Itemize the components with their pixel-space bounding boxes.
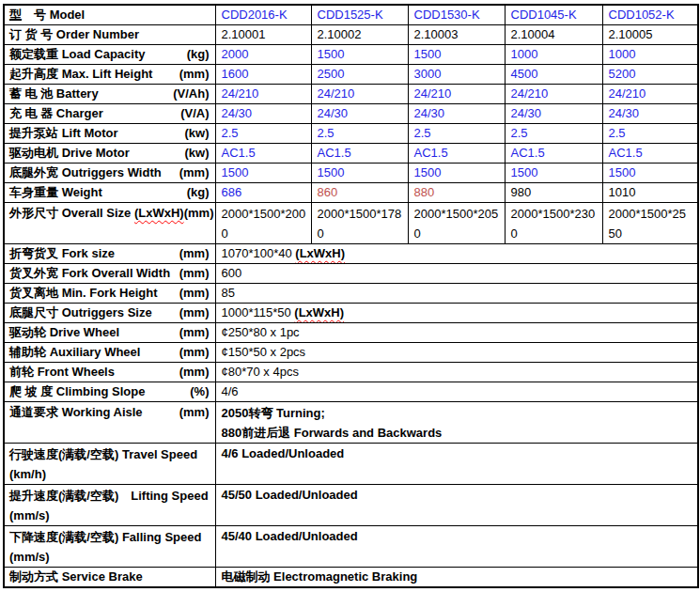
falling-speed-value: 45/40 Loaded/Unloaded	[215, 526, 698, 568]
label-model: 型 号 Model	[4, 5, 215, 25]
min-fork-height-value: 85	[215, 284, 698, 304]
label-fork-size: 折弯货叉 Fork size(mm)	[4, 244, 215, 264]
battery-value: 24/210	[215, 85, 311, 104]
label-outriggers-width: 底腿外宽 Outriggers Width(mm)	[4, 164, 215, 183]
label-lift-height: 起升高度 Max. Lift Height(mm)	[4, 65, 215, 85]
label-model-en: Model	[50, 8, 86, 22]
row-fork-size: 折弯货叉 Fork size(mm) 1070*100*40 (LxWxH)	[4, 244, 698, 264]
model-cdd2016k: CDD2016-K	[215, 5, 311, 25]
label-lifting-speed: 提升速度(满载/空载) Lifting Speed (mm/s)	[4, 485, 215, 526]
drive-wheel-value: ¢250*80 x 1pc	[215, 323, 698, 343]
climbing-slope-value: 4/6	[215, 382, 698, 402]
outriggers-width-value: 1500	[311, 164, 408, 183]
lift-motor-value: 2.5	[408, 124, 505, 144]
row-battery: 蓄 电 池 Battery(V/Ah) 24/210 24/210 24/210…	[4, 85, 698, 104]
drive-motor-value: AC1.5	[311, 144, 408, 164]
weight-value: 686	[215, 183, 311, 203]
row-working-aisle: 通道要求 Working Aisle(mm) 2050转弯 Turning; 8…	[4, 402, 698, 444]
label-model-zh: 型	[9, 8, 22, 22]
outriggers-width-value: 1500	[408, 164, 505, 183]
lift-height-value: 5200	[602, 65, 698, 85]
row-weight: 车身重量 Weight(kg) 686 860 880 980 1010	[4, 183, 698, 203]
travel-speed-value: 4/6 Loaded/Unloaded	[215, 444, 698, 485]
row-fork-overall-width: 货叉外宽 Fork Overall Width(mm) 600	[4, 264, 698, 284]
outriggers-width-value: 1500	[602, 164, 698, 183]
order-number-value: 2.10001	[215, 25, 311, 45]
outriggers-size-value: 1000*115*50 (LxWxH)	[215, 304, 698, 323]
row-climbing-slope: 爬 坡 度 Climbing Slope(%) 4/6	[4, 382, 698, 402]
drive-motor-value: AC1.5	[505, 144, 602, 164]
battery-value: 24/210	[505, 85, 602, 104]
load-capacity-value: 1500	[408, 45, 505, 65]
fork-overall-width-value: 600	[215, 264, 698, 284]
load-capacity-value: 2000	[215, 45, 311, 65]
front-wheels-value: ¢80*70 x 4pcs	[215, 363, 698, 382]
row-lift-motor: 提升泵站 Lift Motor(kw) 2.5 2.5 2.5 2.5 2.5	[4, 124, 698, 144]
label-drive-motor: 驱动电机 Drive Motor(kw)	[4, 144, 215, 164]
lxwxh-note: (LxWxH)	[134, 206, 184, 220]
lift-motor-value: 2.5	[215, 124, 311, 144]
row-overall-size: 外形尺寸 Overall Size (LxWxH)(mm) 2000*1500*…	[4, 203, 698, 244]
load-capacity-value: 1500	[311, 45, 408, 65]
charger-value: 24/30	[311, 104, 408, 124]
label-auxiliary-wheel: 辅助轮 Auxiliary Wheel(mm)	[4, 343, 215, 363]
model-cdd1525k: CDD1525-K	[311, 5, 408, 25]
label-charger: 充 电 器 Charger(V/A)	[4, 104, 215, 124]
battery-value: 24/210	[311, 85, 408, 104]
charger-value: 24/30	[505, 104, 602, 124]
model-cdd1045k: CDD1045-K	[505, 5, 602, 25]
weight-value: 1010	[602, 183, 698, 203]
label-drive-wheel: 驱动轮 Drive Wheel(mm)	[4, 323, 215, 343]
lift-motor-value: 2.5	[602, 124, 698, 144]
order-number-value: 2.10005	[602, 25, 698, 45]
working-aisle-forwards-backwards: 880前进后退 Forwards and Backwards	[222, 423, 693, 443]
weight-value: 860	[311, 183, 408, 203]
auxiliary-wheel-value: ¢150*50 x 2pcs	[215, 343, 698, 363]
row-auxiliary-wheel: 辅助轮 Auxiliary Wheel(mm) ¢150*50 x 2pcs	[4, 343, 698, 363]
label-working-aisle: 通道要求 Working Aisle(mm)	[4, 402, 215, 444]
model-cdd1530k: CDD1530-K	[408, 5, 505, 25]
order-number-value: 2.10003	[408, 25, 505, 45]
weight-value: 980	[505, 183, 602, 203]
row-min-fork-height: 货叉离地 Min. Fork Height(mm) 85	[4, 284, 698, 304]
fork-size-value: 1070*100*40 (LxWxH)	[215, 244, 698, 264]
row-service-brake: 制动方式 Service Brake 电磁制动 Electromagnetic …	[4, 568, 698, 588]
overall-size-value: 2000*1500*1780	[311, 203, 408, 244]
label-load-capacity: 额定载重 Load Capacity(kg)	[4, 45, 215, 65]
row-falling-speed: 下降速度(满载/空载) Falling Speed (mm/s) 45/40 L…	[4, 526, 698, 568]
lift-height-value: 2500	[311, 65, 408, 85]
lift-height-value: 3000	[408, 65, 505, 85]
row-outriggers-width: 底腿外宽 Outriggers Width(mm) 1500 1500 1500…	[4, 164, 698, 183]
charger-value: 24/30	[602, 104, 698, 124]
label-overall-size: 外形尺寸 Overall Size (LxWxH)(mm)	[4, 203, 215, 244]
row-lifting-speed: 提升速度(满载/空载) Lifting Speed (mm/s) 45/50 L…	[4, 485, 698, 526]
label-falling-speed: 下降速度(满载/空载) Falling Speed (mm/s)	[4, 526, 215, 568]
label-front-wheels: 前轮 Front Wheels(mm)	[4, 363, 215, 382]
outriggers-width-value: 1500	[215, 164, 311, 183]
service-brake-value: 电磁制动 Electromagnetic Braking	[215, 568, 698, 588]
row-front-wheels: 前轮 Front Wheels(mm) ¢80*70 x 4pcs	[4, 363, 698, 382]
lifting-speed-value: 45/50 Loaded/Unloaded	[215, 485, 698, 526]
weight-value: 880	[408, 183, 505, 203]
drive-motor-value: AC1.5	[602, 144, 698, 164]
working-aisle-value: 2050转弯 Turning; 880前进后退 Forwards and Bac…	[215, 402, 698, 444]
label-order-number: 订 货 号 Order Number	[4, 25, 215, 45]
row-order-number: 订 货 号 Order Number 2.10001 2.10002 2.100…	[4, 25, 698, 45]
row-drive-wheel: 驱动轮 Drive Wheel(mm) ¢250*80 x 1pc	[4, 323, 698, 343]
lift-height-value: 1600	[215, 65, 311, 85]
overall-size-value: 2000*1500*2000	[215, 203, 311, 244]
row-travel-speed: 行驶速度(满载/空载) Travel Speed (km/h) 4/6 Load…	[4, 444, 698, 485]
charger-value: 24/30	[215, 104, 311, 124]
drive-motor-value: AC1.5	[408, 144, 505, 164]
lxwxh-note: (LxWxH)	[295, 246, 345, 260]
drive-motor-value: AC1.5	[215, 144, 311, 164]
row-lift-height: 起升高度 Max. Lift Height(mm) 1600 2500 3000…	[4, 65, 698, 85]
label-weight: 车身重量 Weight(kg)	[4, 183, 215, 203]
model-cdd1052k: CDD1052-K	[602, 5, 698, 25]
label-service-brake: 制动方式 Service Brake	[4, 568, 215, 588]
label-fork-overall-width: 货叉外宽 Fork Overall Width(mm)	[4, 264, 215, 284]
row-charger: 充 电 器 Charger(V/A) 24/30 24/30 24/30 24/…	[4, 104, 698, 124]
overall-size-value: 2000*1500*2550	[602, 203, 698, 244]
lxwxh-note: (LxWxH)	[294, 305, 344, 319]
row-drive-motor: 驱动电机 Drive Motor(kw) AC1.5 AC1.5 AC1.5 A…	[4, 144, 698, 164]
